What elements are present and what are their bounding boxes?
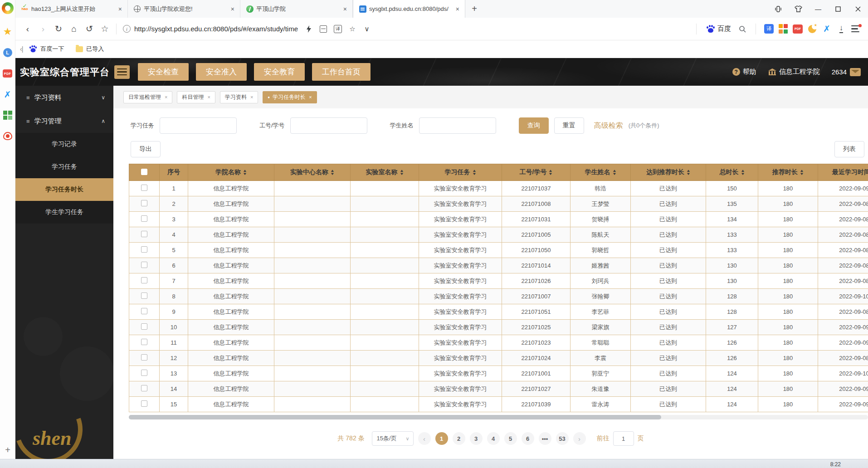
sort-icon[interactable]: ▲▼ (549, 169, 552, 176)
search-input-1[interactable] (160, 117, 237, 134)
row-checkbox[interactable] (141, 231, 147, 237)
page-translate-icon[interactable]: 译 (332, 23, 344, 35)
page-size-select[interactable]: 15条/页 ∨ (372, 431, 414, 446)
tab-close-icon[interactable]: × (165, 94, 167, 100)
search-engine-box[interactable]: 百度 (700, 24, 737, 33)
sidebar-item-学习记录[interactable]: 学习记录 (15, 133, 113, 156)
column-header-4[interactable]: 实验室名称▲▼ (351, 164, 419, 181)
tab-close-icon[interactable]: × (250, 94, 253, 100)
url-text[interactable]: http://sysglxt.pdsu.edu.cn:8080/pds/#/ex… (134, 25, 298, 33)
page-button-1[interactable]: 1 (435, 432, 448, 445)
send-to-mobile-icon[interactable] (768, 0, 788, 18)
row-checkbox[interactable] (141, 354, 147, 361)
sidebar-item-学习任务[interactable]: 学习任务 (15, 156, 113, 178)
maximize-button[interactable] (828, 0, 848, 18)
page-button-3[interactable]: 3 (470, 432, 483, 445)
search-input-3[interactable] (419, 117, 496, 134)
column-header-3[interactable]: 实验中心名称▲▼ (274, 164, 351, 181)
tab-close-icon[interactable]: × (454, 5, 461, 13)
page-button-2[interactable]: 2 (453, 432, 465, 445)
scrollbar-thumb[interactable] (129, 415, 661, 419)
next-page-button[interactable]: › (573, 432, 586, 445)
column-header-5[interactable]: 学习任务▲▼ (419, 164, 502, 181)
row-checkbox[interactable] (141, 385, 147, 391)
browser-tab-2[interactable]: 平顶山学院欢迎您!× (128, 0, 240, 18)
page-button-6[interactable]: 6 (522, 432, 534, 445)
nav-button-3[interactable]: 安全教育 (254, 63, 305, 81)
nav-button-4[interactable]: 工作台首页 (312, 63, 371, 81)
page-tab-2[interactable]: 科目管理× (177, 91, 215, 103)
row-checkbox[interactable] (141, 339, 147, 345)
page-button-5[interactable]: 5 (504, 432, 517, 445)
column-header-8[interactable]: 达到推荐时长▲▼ (631, 164, 706, 181)
help-button[interactable]: ? 帮助 (732, 68, 756, 76)
sort-icon[interactable]: ▲▼ (473, 169, 476, 176)
horizontal-scrollbar[interactable] (129, 415, 868, 419)
tab-close-icon[interactable]: × (309, 94, 312, 100)
history-icon[interactable]: L (3, 48, 12, 57)
weibo-icon[interactable] (3, 132, 12, 140)
apps-extension-icon[interactable] (778, 24, 788, 34)
row-checkbox[interactable] (141, 277, 147, 283)
scissors-tool-icon[interactable]: ✗ (3, 89, 13, 99)
tab-close-icon[interactable]: × (207, 94, 210, 100)
prev-page-button[interactable]: ‹ (418, 432, 431, 445)
row-checkbox[interactable] (141, 246, 147, 253)
browser-tab-1[interactable]: haohao123_上网从这里开始× (15, 0, 128, 18)
page-button-53[interactable]: 53 (556, 432, 569, 445)
forward-button[interactable]: › (35, 21, 51, 37)
row-checkbox[interactable] (141, 370, 147, 376)
translate-extension-icon[interactable]: 译 (764, 24, 774, 34)
sort-icon[interactable]: ▲▼ (687, 169, 690, 176)
apps-grid-icon[interactable] (3, 111, 12, 120)
search-input-2[interactable] (290, 117, 367, 134)
messages-button[interactable]: 2634 (832, 68, 861, 76)
scan-qr-icon[interactable] (317, 23, 330, 35)
pdf-tool-icon[interactable]: PDF (3, 69, 12, 78)
favorite-star-icon[interactable]: ☆ (346, 23, 359, 35)
flash-icon[interactable] (302, 23, 315, 35)
tab-close-icon[interactable]: × (341, 5, 349, 13)
bookmark-page-button[interactable]: ☆ (97, 21, 112, 37)
organization-label[interactable]: 信息工程学院 (768, 68, 820, 76)
select-all-checkbox[interactable] (141, 169, 147, 175)
minimize-button[interactable]: — (808, 0, 828, 18)
sort-icon[interactable]: ▲▼ (741, 169, 745, 176)
bookmark-imported-folder[interactable]: 已导入 (76, 45, 104, 53)
browser-tab-3[interactable]: 平顶山学院× (240, 0, 353, 18)
row-checkbox[interactable] (141, 185, 147, 191)
row-checkbox[interactable] (141, 215, 147, 222)
home-button[interactable]: ⌂ (66, 21, 82, 37)
pdf-extension-icon[interactable]: PDF (793, 24, 803, 34)
column-header-10[interactable]: 推荐时长▲▼ (758, 164, 818, 181)
row-checkbox[interactable] (141, 200, 147, 206)
row-checkbox[interactable] (141, 262, 147, 268)
advanced-search-link[interactable]: 高级检索 (594, 121, 623, 131)
query-button[interactable]: 查询 (519, 117, 549, 134)
back-button[interactable]: ‹ (20, 21, 35, 37)
find-in-page-icon[interactable] (737, 24, 747, 34)
sidebar-item-学习任务时长[interactable]: 学习任务时长 (15, 178, 113, 201)
sidebar-item-学生学习任务[interactable]: 学生学习任务 (15, 201, 113, 224)
nav-button-1[interactable]: 安全检查 (138, 63, 189, 81)
new-tab-button[interactable]: + (465, 0, 483, 18)
sidebar-toggle-button[interactable] (114, 65, 130, 79)
column-header-7[interactable]: 学生姓名▲▼ (571, 164, 631, 181)
refresh-button[interactable]: ↻ (51, 21, 66, 37)
favorites-star-icon[interactable]: ★ (3, 27, 13, 37)
row-checkbox[interactable] (141, 292, 147, 299)
night-mode-icon[interactable] (807, 24, 817, 34)
page-tab-3[interactable]: 学习资料× (220, 91, 258, 103)
column-header-6[interactable]: 工号/学号▲▼ (502, 164, 571, 181)
sidebar-group-2[interactable]: ≡学习管理∧ (15, 109, 113, 133)
page-button-4[interactable]: 4 (487, 432, 500, 445)
page-tab-4[interactable]: 学习任务时长× (263, 91, 317, 103)
tab-close-icon[interactable]: × (117, 5, 124, 13)
theme-skin-icon[interactable] (788, 0, 808, 18)
collapse-bookmarks-icon[interactable]: ‹| (20, 45, 23, 53)
reopen-tab-button[interactable]: ↺ (82, 21, 97, 37)
tab-close-icon[interactable]: × (229, 5, 236, 13)
page-tab-1[interactable]: 日常巡检管理× (123, 91, 172, 103)
export-button[interactable]: 导出 (131, 141, 161, 157)
site-info-icon[interactable]: i (123, 25, 131, 33)
